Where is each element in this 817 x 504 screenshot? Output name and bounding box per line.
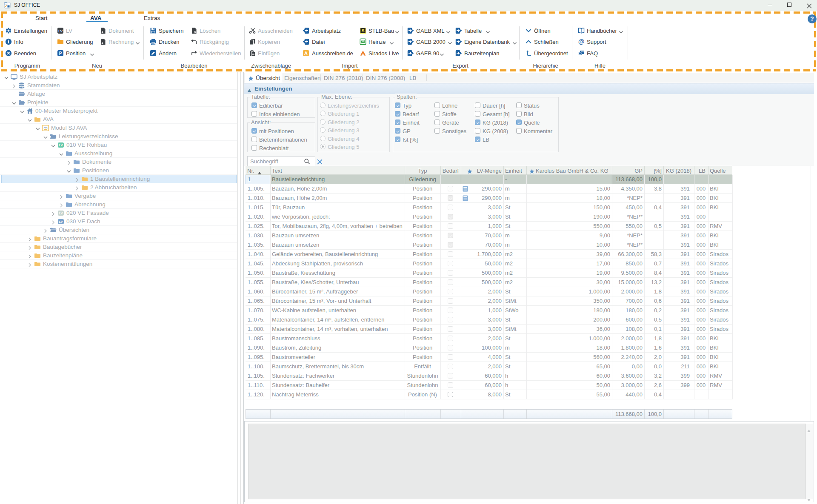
svg-text:A: A	[304, 51, 308, 56]
svg-text:@: @	[578, 38, 584, 45]
svg-text:LV: LV	[59, 220, 63, 224]
svg-text:LV: LV	[59, 143, 63, 147]
svg-text:LV: LV	[58, 29, 63, 33]
svg-text:AVA: AVA	[44, 127, 48, 129]
svg-text:P: P	[59, 51, 62, 56]
svg-text:LV: LV	[59, 211, 63, 215]
svg-text:S: S	[361, 28, 364, 33]
